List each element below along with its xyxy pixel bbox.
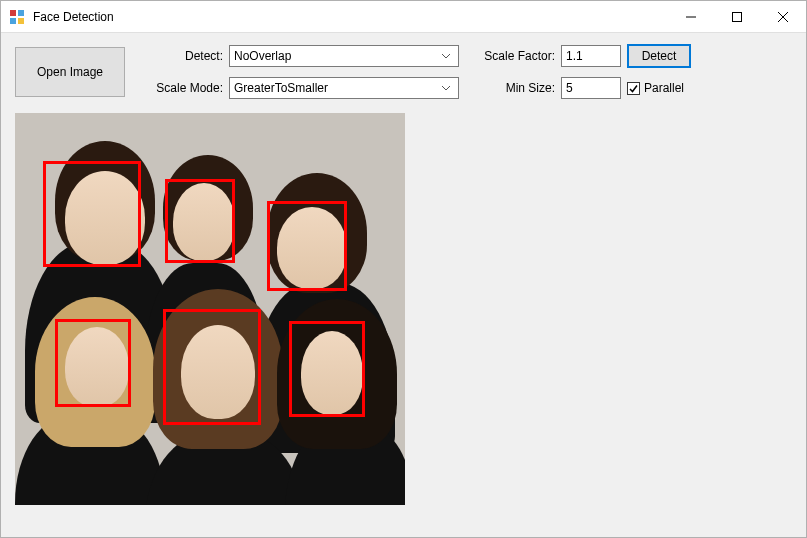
options-grid: Detect: NoOverlap Scale Factor: 1.1 Dete… — [133, 43, 697, 101]
open-image-button[interactable]: Open Image — [15, 47, 125, 97]
image-preview — [15, 113, 405, 505]
app-icon — [9, 9, 25, 25]
min-size-label: Min Size: — [465, 81, 555, 95]
detect-combo-value: NoOverlap — [234, 49, 438, 63]
parallel-checkbox-wrap[interactable]: Parallel — [627, 81, 697, 95]
svg-rect-2 — [10, 18, 16, 24]
scale-mode-combo[interactable]: GreaterToSmaller — [229, 77, 459, 99]
chevron-down-icon — [438, 86, 454, 91]
face-detection-rect — [165, 179, 235, 263]
svg-rect-0 — [10, 10, 16, 16]
parallel-label: Parallel — [644, 81, 684, 95]
detect-button[interactable]: Detect — [627, 44, 691, 68]
face-detection-rect — [43, 161, 141, 267]
app-window: Face Detection Open Image Detect: NoOver… — [0, 0, 807, 538]
min-size-input[interactable]: 5 — [561, 77, 621, 99]
minimize-button[interactable] — [668, 1, 714, 33]
titlebar: Face Detection — [1, 1, 806, 33]
open-image-label: Open Image — [37, 65, 103, 79]
svg-rect-5 — [733, 12, 742, 21]
parallel-checkbox[interactable] — [627, 82, 640, 95]
face-detection-rect — [163, 309, 261, 425]
scale-factor-value: 1.1 — [566, 49, 583, 63]
detect-combo[interactable]: NoOverlap — [229, 45, 459, 67]
chevron-down-icon — [438, 54, 454, 59]
face-detection-rect — [289, 321, 365, 417]
close-button[interactable] — [760, 1, 806, 33]
scale-factor-input[interactable]: 1.1 — [561, 45, 621, 67]
detect-label: Detect: — [133, 49, 223, 63]
scale-mode-label: Scale Mode: — [133, 81, 223, 95]
svg-rect-3 — [18, 18, 24, 24]
face-detection-rect — [267, 201, 347, 291]
toolbar: Open Image Detect: NoOverlap Scale Facto… — [15, 43, 792, 101]
maximize-button[interactable] — [714, 1, 760, 33]
face-detection-rect — [55, 319, 131, 407]
min-size-value: 5 — [566, 81, 573, 95]
svg-rect-1 — [18, 10, 24, 16]
scale-mode-combo-value: GreaterToSmaller — [234, 81, 438, 95]
detect-button-label: Detect — [642, 49, 677, 63]
client-area: Open Image Detect: NoOverlap Scale Facto… — [1, 33, 806, 537]
window-title: Face Detection — [33, 10, 114, 24]
scale-factor-label: Scale Factor: — [465, 49, 555, 63]
